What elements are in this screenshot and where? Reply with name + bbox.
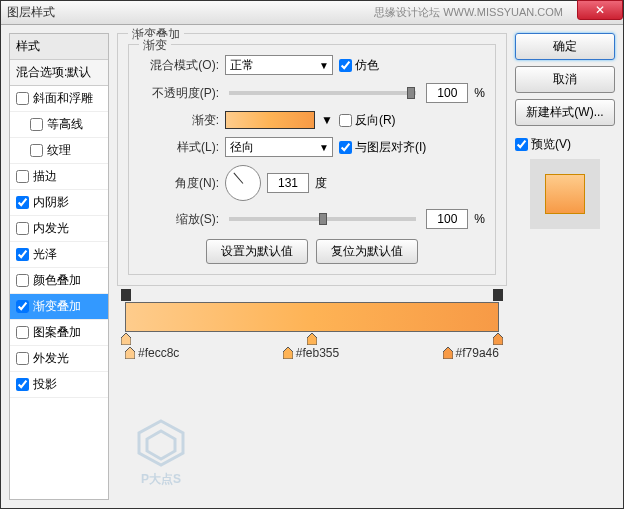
align-checkbox[interactable]: 与图层对齐(I) [339,139,426,156]
scale-slider[interactable] [229,217,416,221]
color-stop[interactable] [493,333,503,345]
chevron-down-icon: ▼ [319,60,329,71]
logo: P大点S [135,417,187,488]
opacity-stop[interactable] [493,289,503,301]
style-item[interactable]: 内发光 [10,216,108,242]
style-item[interactable]: 图案叠加 [10,320,108,346]
preview-checkbox[interactable]: 预览(V) [515,136,615,153]
style-item[interactable]: 纹理 [10,138,108,164]
opacity-slider[interactable] [229,91,416,95]
angle-input[interactable]: 131 [267,173,309,193]
make-default-button[interactable]: 设置为默认值 [206,239,308,264]
styles-header: 样式 [10,34,108,60]
inner-title: 渐变 [139,37,171,54]
watermark: 思缘设计论坛 WWW.MISSYUAN.COM [374,5,563,20]
main-area: 渐变叠加 渐变 混合模式(O): 正常▼ 仿色 不透明度(P): 100 [117,33,507,500]
opacity-input[interactable]: 100 [426,83,468,103]
style-item[interactable]: 渐变叠加 [10,294,108,320]
gradient-bar[interactable] [125,302,499,332]
color-stop[interactable] [121,333,131,345]
chevron-down-icon: ▼ [319,142,329,153]
opacity-stop[interactable] [121,289,131,301]
style-item[interactable]: 外发光 [10,346,108,372]
ok-button[interactable]: 确定 [515,33,615,60]
close-button[interactable]: ✕ [577,0,623,20]
window-title: 图层样式 [7,4,55,21]
cancel-button[interactable]: 取消 [515,66,615,93]
blend-mode-select[interactable]: 正常▼ [225,55,333,75]
style-item[interactable]: 描边 [10,164,108,190]
svg-marker-0 [121,333,131,345]
angle-label: 角度(N): [139,175,219,192]
reverse-checkbox[interactable]: 反向(R) [339,112,396,129]
blending-options[interactable]: 混合选项:默认 [10,60,108,86]
svg-marker-1 [307,333,317,345]
preview-swatch [530,159,600,229]
scale-label: 缩放(S): [139,211,219,228]
stop-label: #f79a46 [443,346,499,360]
stop-label: #feb355 [283,346,339,360]
new-style-button[interactable]: 新建样式(W)... [515,99,615,126]
blend-mode-label: 混合模式(O): [139,57,219,74]
style-item[interactable]: 内阴影 [10,190,108,216]
stop-label: #fecc8c [125,346,179,360]
svg-marker-4 [283,347,293,359]
svg-marker-5 [443,347,453,359]
gradient-inner-group: 渐变 混合模式(O): 正常▼ 仿色 不透明度(P): 100 % [128,44,496,275]
svg-marker-7 [147,431,175,459]
chevron-down-icon[interactable]: ▼ [321,113,333,127]
opacity-label: 不透明度(P): [139,85,219,102]
svg-marker-2 [493,333,503,345]
style-item[interactable]: 等高线 [10,112,108,138]
style-item[interactable]: 光泽 [10,242,108,268]
style-item[interactable]: 斜面和浮雕 [10,86,108,112]
right-panel: 确定 取消 新建样式(W)... 预览(V) [515,33,615,500]
svg-marker-3 [125,347,135,359]
style-select[interactable]: 径向▼ [225,137,333,157]
scale-input[interactable]: 100 [426,209,468,229]
color-stop[interactable] [307,333,317,345]
gradient-overlay-group: 渐变叠加 渐变 混合模式(O): 正常▼ 仿色 不透明度(P): 100 [117,33,507,286]
reset-default-button[interactable]: 复位为默认值 [316,239,418,264]
style-label: 样式(L): [139,139,219,156]
layer-style-dialog: 图层样式 思缘设计论坛 WWW.MISSYUAN.COM ✕ 样式 混合选项:默… [0,0,624,509]
style-item[interactable]: 颜色叠加 [10,268,108,294]
gradient-label: 渐变: [139,112,219,129]
gradient-swatch[interactable] [225,111,315,129]
dither-checkbox[interactable]: 仿色 [339,57,379,74]
titlebar: 图层样式 思缘设计论坛 WWW.MISSYUAN.COM ✕ [1,1,623,25]
gradient-editor: #fecc8c #feb355 #f79a46 [117,302,507,360]
angle-wheel[interactable] [225,165,261,201]
style-item[interactable]: 投影 [10,372,108,398]
styles-panel: 样式 混合选项:默认 斜面和浮雕等高线纹理描边内阴影内发光光泽颜色叠加渐变叠加图… [9,33,109,500]
